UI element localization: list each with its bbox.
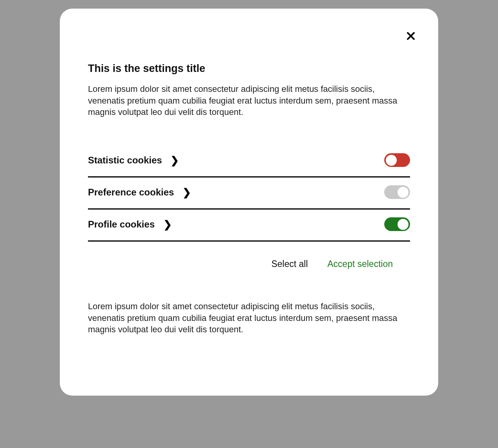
actions-row: Select all Accept selection bbox=[88, 259, 410, 269]
category-expand-statistic[interactable]: Statistic cookies ❯ bbox=[88, 155, 179, 166]
category-expand-preference[interactable]: Preference cookies ❯ bbox=[88, 187, 191, 198]
category-label: Preference cookies bbox=[88, 187, 174, 198]
category-label: Statistic cookies bbox=[88, 155, 162, 166]
cookie-settings-modal: This is the settings title Lorem ipsum d… bbox=[60, 9, 438, 396]
select-all-button[interactable]: Select all bbox=[271, 259, 308, 269]
cookie-category-row: Statistic cookies ❯ bbox=[88, 145, 410, 177]
category-label: Profile cookies bbox=[88, 219, 155, 230]
close-button[interactable] bbox=[403, 28, 419, 44]
cookie-category-row: Profile cookies ❯ bbox=[88, 210, 410, 242]
close-icon bbox=[406, 31, 416, 41]
settings-title: This is the settings title bbox=[88, 63, 410, 75]
accept-selection-button[interactable]: Accept selection bbox=[328, 259, 393, 269]
toggle-preference[interactable] bbox=[384, 185, 410, 199]
toggle-profile[interactable] bbox=[384, 217, 410, 231]
toggle-knob bbox=[398, 219, 408, 230]
chevron-right-icon: ❯ bbox=[163, 219, 172, 229]
cookie-category-row: Preference cookies ❯ bbox=[88, 177, 410, 210]
settings-outro-text: Lorem ipsum dolor sit amet consectetur a… bbox=[88, 301, 410, 335]
settings-intro-text: Lorem ipsum dolor sit amet consectetur a… bbox=[88, 83, 410, 118]
toggle-statistic[interactable] bbox=[384, 153, 410, 167]
category-expand-profile[interactable]: Profile cookies ❯ bbox=[88, 219, 172, 230]
toggle-knob bbox=[398, 187, 408, 198]
chevron-right-icon: ❯ bbox=[170, 155, 179, 165]
chevron-right-icon: ❯ bbox=[183, 187, 191, 197]
toggle-knob bbox=[386, 155, 397, 166]
